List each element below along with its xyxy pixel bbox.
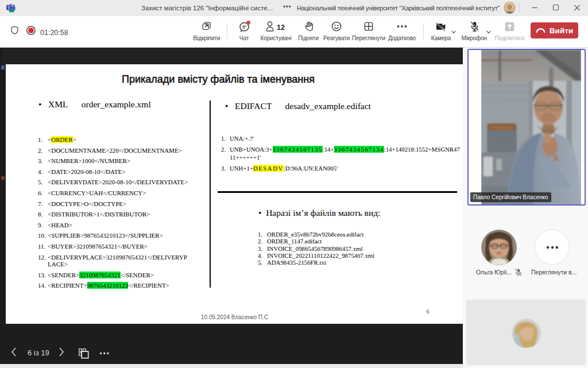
svg-text:NEW: NEW — [9, 9, 15, 12]
svg-text:12: 12 — [277, 24, 285, 32]
